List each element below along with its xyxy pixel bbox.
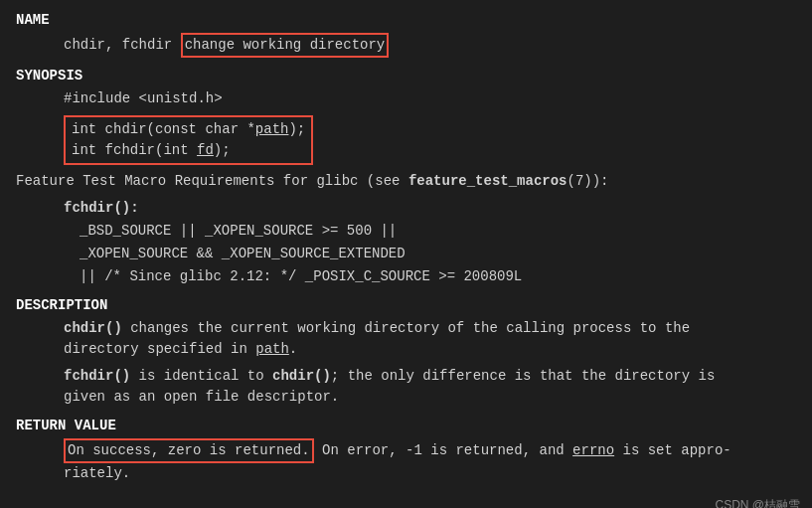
- errno-ref: errno: [572, 442, 614, 458]
- name-text: chdir, fchdir: [64, 37, 181, 53]
- fchdir-req-text: fchdir():: [64, 200, 139, 216]
- fd-param: fd: [197, 142, 214, 158]
- chdir-ref: chdir(): [272, 368, 331, 384]
- fchdir-req-label: fchdir():: [16, 198, 796, 219]
- name-content: chdir, fchdir change working directory: [16, 33, 796, 58]
- feature-bold: feature_test_macros: [408, 173, 568, 189]
- synopsis-section: SYNOPSIS #include <unistd.h> int chdir(c…: [16, 66, 796, 287]
- req1-line: _BSD_SOURCE || _XOPEN_SOURCE >= 500 ||: [16, 221, 796, 242]
- watermark: CSDN @桔融雪: [715, 496, 800, 508]
- req1-text: _BSD_SOURCE || _XOPEN_SOURCE >= 500 ||: [80, 223, 397, 239]
- prototype1: int chdir(const char *path);: [72, 119, 305, 140]
- desc-line4: given as an open file descriptor.: [64, 389, 339, 405]
- feature-text-start: Feature Test Macro Requirements for glib…: [16, 173, 609, 189]
- prototypes-block: int chdir(const char *path); int fchdir(…: [16, 115, 796, 165]
- feature-line: Feature Test Macro Requirements for glib…: [16, 171, 796, 192]
- req2-line: _XOPEN_SOURCE && _XOPEN_SOURCE_EXTENDED: [16, 244, 796, 264]
- req3-text: || /* Since glibc 2.12: */ _POSIX_C_SOUR…: [80, 268, 522, 284]
- description-para1: chdir() changes the current working dire…: [16, 318, 796, 360]
- return-value-rest: On error, -1 is returned, and errno is s…: [314, 442, 731, 458]
- req2-text: _XOPEN_SOURCE && _XOPEN_SOURCE_EXTENDED: [80, 246, 406, 261]
- return-value-highlighted: On success, zero is returned.: [64, 438, 314, 463]
- path-param: path: [255, 121, 289, 137]
- return-value-label: RETURN VALUE: [16, 418, 116, 433]
- desc-line1: changes the current working directory of…: [122, 320, 690, 336]
- description-label: DESCRIPTION: [16, 297, 107, 313]
- include-text: #include <unistd.h>: [64, 90, 223, 106]
- chdir-func: chdir(): [64, 320, 122, 336]
- name-highlighted: change working directory: [181, 33, 390, 58]
- prototype2: int fchdir(int fd);: [72, 140, 305, 161]
- fchdir-func: fchdir(): [64, 368, 130, 384]
- return-value-content: On success, zero is returned. On error, …: [16, 438, 796, 484]
- return-value-end: riately.: [64, 465, 130, 481]
- description-section: DESCRIPTION chdir() changes the current …: [16, 295, 796, 408]
- name-label: NAME: [16, 12, 50, 28]
- name-section: NAME chdir, fchdir change working direct…: [16, 10, 796, 58]
- req3-line: || /* Since glibc 2.12: */ _POSIX_C_SOUR…: [16, 266, 796, 287]
- return-value-section: RETURN VALUE On success, zero is returne…: [16, 416, 796, 484]
- path-ref: path: [255, 341, 289, 357]
- synopsis-label: SYNOPSIS: [16, 68, 82, 84]
- desc-line3: is identical to chdir(); the only differ…: [130, 368, 715, 384]
- prototypes-box: int chdir(const char *path); int fchdir(…: [64, 115, 313, 165]
- include-line: #include <unistd.h>: [16, 88, 796, 109]
- description-para2: fchdir() is identical to chdir(); the on…: [16, 366, 796, 408]
- desc-line2: directory specified in path.: [64, 341, 297, 357]
